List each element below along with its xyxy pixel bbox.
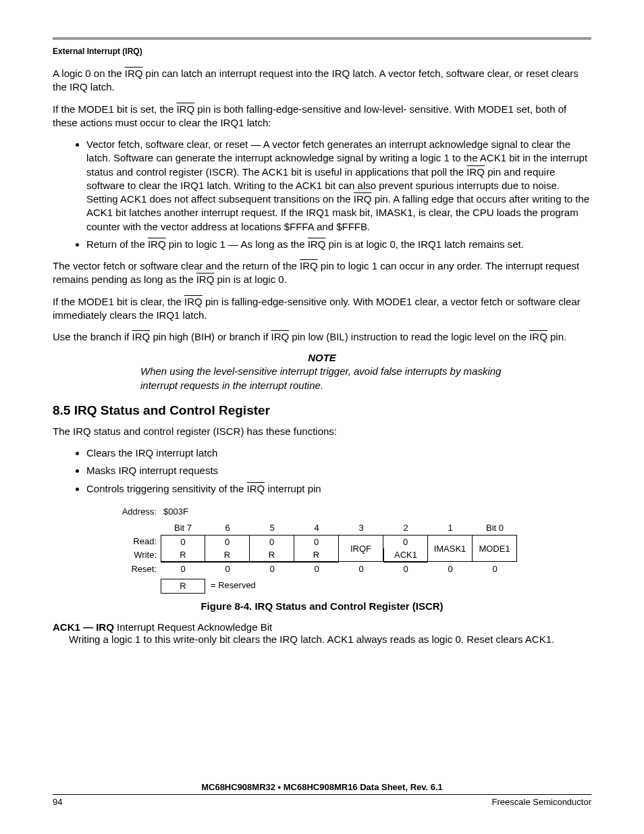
irq-overline: IRQ [132, 331, 151, 342]
bit-label: Bit 0 [473, 521, 517, 535]
paragraph-2: If the MODE1 bit is set, the IRQ pin is … [53, 103, 591, 130]
paragraph-1: A logic 0 on the IRQ pin can latch an in… [53, 67, 591, 95]
text: ACK1 — IRQ [53, 621, 114, 633]
reg-cell: 0 [250, 563, 294, 576]
bit-def-body: Writing a logic 1 to this write-only bit… [69, 633, 591, 646]
running-header: External Interrupt (IRQ) [53, 47, 591, 56]
text: interrupt pin [265, 483, 321, 494]
text: Use the branch if [53, 331, 132, 342]
reg-cell: R [205, 548, 250, 563]
list-item: Masks IRQ interrupt requests [86, 464, 591, 477]
text: pin is at logic 0. [214, 273, 287, 285]
irq-overline: IRQ [125, 68, 143, 79]
paragraph-3: The vector fetch or software clear and t… [53, 259, 591, 287]
reg-cell [428, 548, 473, 563]
text: A logic 0 on the [53, 68, 125, 79]
section-intro: The IRQ status and control register (ISC… [53, 425, 591, 438]
irq-overline: IRQ [196, 273, 215, 285]
irq-overline: IRQ [300, 260, 318, 271]
reset-label: Reset: [113, 563, 161, 576]
bit-label: 1 [428, 521, 473, 535]
reg-cell: R [294, 548, 339, 563]
page: External Interrupt (IRQ) A logic 0 on th… [0, 0, 644, 834]
list-item: Return of the IRQ pin to logic 1 — As lo… [86, 238, 591, 251]
list-item: Clears the IRQ interrupt latch [86, 446, 591, 460]
page-number: 94 [53, 797, 62, 807]
reserved-label: = Reserved [205, 579, 256, 594]
text: pin. [547, 331, 566, 342]
paragraph-4: If the MODE1 bit is clear, the IRQ pin i… [53, 295, 591, 323]
text: Interrupt Request Acknowledge Bit [114, 621, 272, 633]
irq-overline: IRQ [529, 331, 547, 342]
text: The vector fetch or software clear and t… [53, 260, 300, 271]
write-label: Write: [113, 548, 161, 563]
irq-overline: IRQ [176, 103, 194, 115]
reg-cell: 0 [294, 563, 339, 576]
company-name: Freescale Semiconductor [492, 797, 591, 807]
bullet-list-1: Vector fetch, software clear, or reset —… [53, 138, 591, 251]
reserved-legend: R = Reserved [113, 579, 531, 594]
reg-cell: 0 [205, 563, 250, 576]
bit-label: Bit 7 [161, 521, 205, 535]
figure-caption: Figure 8-4. IRQ Status and Control Regis… [113, 600, 531, 612]
reg-cell [473, 548, 517, 563]
text: Write: [134, 550, 157, 560]
text: pin high (BIH) or branch if [150, 331, 271, 342]
text: Controls triggering sensitivity of the [86, 483, 247, 494]
reserved-key: R [161, 579, 205, 594]
note-title: NOTE [53, 352, 591, 363]
bit-label: 5 [250, 521, 294, 535]
top-rule [53, 37, 591, 40]
list-item: Vector fetch, software clear, or reset —… [86, 138, 591, 234]
bit-label: 3 [339, 521, 383, 535]
irq-overline: IRQ [247, 483, 265, 494]
write-row: Write: R R R R ACK1 [113, 535, 531, 563]
text: pin is at logic 0, the IRQ1 latch remain… [325, 238, 523, 250]
reg-cell: 0 [428, 563, 473, 576]
address-row: Address: $003F [113, 505, 531, 519]
irq-overline: IRQ [354, 193, 372, 205]
bit-label: 2 [383, 521, 428, 535]
note-body: When using the level-sensitive interrupt… [140, 365, 504, 392]
text: pin low (BIL) instruction to read the lo… [289, 331, 529, 342]
address-value: $003F [161, 505, 205, 519]
reg-cell: R [161, 548, 205, 563]
bit-def-title: ACK1 — IRQ Interrupt Request Acknowledge… [53, 621, 591, 633]
bullet-list-2: Clears the IRQ interrupt latch Masks IRQ… [53, 446, 591, 496]
reg-cell: 0 [383, 563, 428, 576]
bit-definition: ACK1 — IRQ Interrupt Request Acknowledge… [53, 621, 591, 646]
text: If the MODE1 bit is clear, the [53, 296, 184, 307]
text: Return of the [86, 238, 148, 250]
irq-overline: IRQ [466, 166, 485, 178]
irq-overline: IRQ [271, 331, 289, 342]
bit-label: 4 [294, 521, 339, 535]
bit-label: 6 [205, 521, 250, 535]
footer-doc-title: MC68HC908MR32 • MC68HC908MR16 Data Sheet… [53, 782, 591, 795]
irq-overline: IRQ [148, 238, 166, 250]
section-heading: 8.5 IRQ Status and Control Register [53, 403, 591, 418]
reg-cell: R [250, 548, 294, 563]
irq-overline: IRQ [184, 296, 203, 307]
address-label: Address: [113, 505, 161, 519]
paragraph-5: Use the branch if IRQ pin high (BIH) or … [53, 330, 591, 344]
reg-cell: 0 [339, 563, 383, 576]
text: pin to logic 1 — As long as the [166, 238, 308, 250]
page-footer: MC68HC908MR32 • MC68HC908MR16 Data Sheet… [53, 782, 591, 807]
reg-cell [339, 548, 383, 563]
register-diagram: Address: $003F Bit 7 6 5 4 3 2 1 Bit 0 R… [113, 505, 531, 612]
list-item: Controls triggering sensitivity of the I… [86, 482, 591, 496]
reset-row: Reset: 0 0 0 0 0 0 0 0 [113, 563, 531, 576]
irq-overline: IRQ [308, 238, 326, 250]
reg-cell: 0 [473, 563, 517, 576]
reg-cell: 0 [161, 563, 205, 576]
reg-cell: ACK1 [383, 548, 428, 563]
bit-labels-row: Bit 7 6 5 4 3 2 1 Bit 0 [113, 521, 531, 535]
text: If the MODE1 bit is set, the [53, 103, 176, 115]
